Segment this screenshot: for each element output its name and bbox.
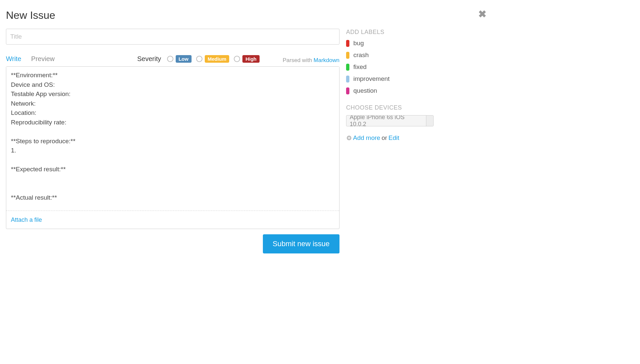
label-text: question [353,87,377,94]
issue-description-textarea[interactable] [6,67,339,211]
tab-preview[interactable]: Preview [31,55,54,63]
severity-medium-radio[interactable] [196,56,202,62]
label-text: bug [353,40,364,47]
severity-low-badge[interactable]: Low [176,55,192,63]
submit-button[interactable]: Submit new issue [263,234,339,253]
markdown-link[interactable]: Markdown [314,57,339,63]
device-select[interactable]: Apple iPhone 6s iOS 10.0.2 [346,115,434,126]
parsed-prefix: Parsed with [283,57,314,63]
label-text: crash [353,51,369,59]
severity-high-radio[interactable] [234,56,240,62]
labels-list: bug crash fixed improvement question [346,40,486,94]
label-item-crash[interactable]: crash [346,51,486,59]
severity-low-radio[interactable] [167,56,173,62]
page-title: New Issue [6,9,486,21]
label-color-swatch [346,87,349,94]
issue-title-input[interactable] [6,29,339,45]
choose-devices-heading: CHOOSE DEVICES [346,104,486,111]
svg-rect-2 [348,138,350,138]
severity-high-badge[interactable]: High [242,55,259,63]
parsed-with-text: Parsed with Markdown [283,57,339,64]
label-text: fixed [353,63,367,71]
severity-label: Severity [137,55,161,63]
or-text: or [381,134,387,142]
attach-file-link[interactable]: Attach a file [11,216,42,223]
label-color-swatch [346,40,349,47]
close-icon[interactable]: ✖ [478,9,486,19]
device-select-value: Apple iPhone 6s iOS 10.0.2 [346,115,426,126]
edit-link[interactable]: Edit [388,134,399,142]
label-color-swatch [346,52,349,59]
label-item-improvement[interactable]: improvement [346,75,486,83]
add-labels-heading: ADD LABELS [346,29,486,36]
label-item-fixed[interactable]: fixed [346,63,486,71]
severity-medium-badge[interactable]: Medium [205,55,230,63]
label-item-question[interactable]: question [346,87,486,94]
tab-write[interactable]: Write [6,55,21,63]
label-color-swatch [346,76,349,83]
chevron-down-icon[interactable] [426,116,433,126]
label-text: improvement [353,75,390,83]
label-item-bug[interactable]: bug [346,40,486,47]
label-color-swatch [346,64,349,71]
plus-circle-icon [346,135,352,141]
add-more-link[interactable]: Add more [353,134,380,142]
